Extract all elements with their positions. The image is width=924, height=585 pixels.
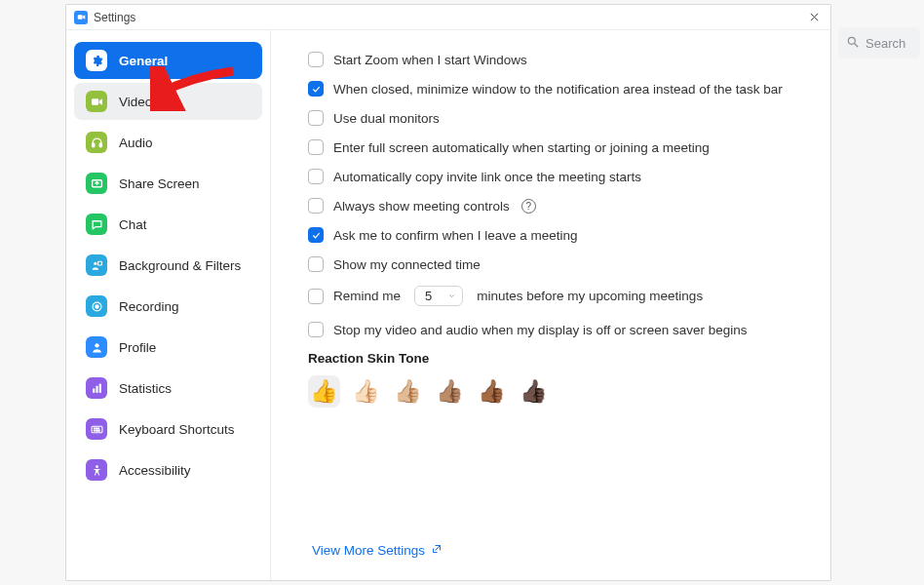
skin-tone-option[interactable]: 👍🏼 [392, 375, 424, 408]
backdrop-search[interactable]: Search [838, 27, 920, 58]
sidebar-item-statistics[interactable]: Statistics [74, 370, 262, 407]
svg-rect-16 [98, 383, 100, 392]
sidebar-item-label: General [119, 54, 168, 68]
sidebar-item-share-screen[interactable]: Share Screen [74, 165, 262, 202]
app-icon [74, 11, 88, 24]
settings-window: Settings General Video Audio Share Scree… [65, 4, 831, 581]
keyboard-icon [86, 418, 107, 440]
sidebar-item-profile[interactable]: Profile [74, 329, 262, 366]
option-label: Start Zoom when I start Windows [333, 53, 527, 67]
sidebar-item-label: Statistics [119, 381, 172, 396]
option-label: Ask me to confirm when I leave a meeting [333, 228, 578, 243]
option-label: Automatically copy invite link once the … [333, 170, 641, 184]
svg-point-12 [95, 304, 97, 307]
chevron-down-icon [447, 292, 456, 300]
sidebar-item-background-filters[interactable]: Background & Filters [74, 247, 262, 284]
sidebar-item-label: Recording [119, 299, 179, 314]
svg-point-19 [96, 427, 96, 428]
svg-rect-5 [92, 98, 98, 105]
sidebar-item-label: Keyboard Shortcuts [119, 422, 235, 437]
skin-tone-row: 👍👍🏻👍🏼👍🏽👍🏾👍🏿 [308, 375, 801, 408]
video-icon [86, 91, 107, 112]
svg-point-23 [96, 465, 98, 468]
skin-tone-option[interactable]: 👍🏻 [350, 375, 382, 408]
checkbox[interactable] [308, 52, 324, 67]
skin-tone-option[interactable]: 👍🏾 [476, 375, 508, 408]
option-label: When closed, minimize window to the noti… [333, 82, 783, 97]
sidebar-item-video[interactable]: Video [74, 83, 262, 120]
sidebar-item-label: Share Screen [119, 176, 200, 191]
gear-icon [86, 50, 107, 71]
external-link-icon [431, 543, 443, 558]
headphones-icon [86, 132, 107, 153]
a11y-icon [86, 459, 107, 481]
option-row: Stop my video and audio when my display … [308, 318, 801, 341]
skin-tone-option[interactable]: 👍 [308, 375, 340, 408]
settings-content-general: Start Zoom when I start WindowsWhen clos… [271, 30, 830, 580]
sidebar-item-accessibility[interactable]: Accessibility [74, 451, 262, 488]
checkbox[interactable] [308, 81, 324, 97]
sidebar-item-chat[interactable]: Chat [74, 206, 262, 243]
checkbox[interactable] [308, 289, 324, 304]
option-label: Use dual monitors [333, 111, 440, 126]
info-icon[interactable]: ? [521, 199, 536, 214]
sidebar-item-recording[interactable]: Recording [74, 288, 262, 325]
option-row: Ask me to confirm when I leave a meeting [308, 223, 801, 247]
svg-rect-2 [77, 15, 82, 20]
option-row: Always show meeting controls? [308, 194, 801, 217]
sidebar-item-label: Accessibility [119, 463, 191, 478]
skin-tone-option[interactable]: 👍🏿 [518, 375, 550, 408]
svg-line-1 [855, 43, 859, 47]
svg-rect-22 [96, 430, 99, 431]
option-label: Stop my video and audio when my display … [333, 323, 747, 337]
settings-sidebar: General Video Audio Share Screen Chat Ba… [66, 30, 271, 580]
svg-point-13 [95, 343, 98, 347]
checkbox[interactable] [308, 139, 324, 155]
sidebar-item-label: Chat [119, 217, 147, 232]
checkbox[interactable] [308, 256, 324, 272]
remind-minutes-select[interactable]: 5 [414, 286, 463, 306]
svg-rect-6 [92, 143, 94, 147]
svg-rect-10 [97, 261, 101, 265]
option-label: Always show meeting controls [333, 199, 510, 214]
stats-icon [86, 377, 107, 399]
view-more-settings-link[interactable]: View More Settings [312, 543, 443, 558]
bgfilter-icon [86, 254, 107, 276]
share-icon [86, 173, 107, 194]
checkbox[interactable] [308, 227, 324, 243]
record-icon [86, 295, 107, 317]
option-row-remind: Remind me5minutes before my upcoming mee… [308, 282, 801, 310]
checkbox[interactable] [308, 110, 324, 126]
svg-point-9 [94, 261, 96, 264]
sidebar-item-label: Video [119, 95, 152, 109]
view-more-settings-label: View More Settings [312, 543, 425, 558]
checkbox[interactable] [308, 198, 324, 214]
window-close-button[interactable] [805, 9, 823, 26]
option-row: Show my connected time [308, 253, 801, 276]
option-row: When closed, minimize window to the noti… [308, 77, 801, 100]
svg-point-0 [848, 37, 855, 44]
option-label: Show my connected time [333, 257, 481, 272]
sidebar-item-keyboard-shortcuts[interactable]: Keyboard Shortcuts [74, 410, 262, 448]
reaction-skin-tone-title: Reaction Skin Tone [308, 351, 801, 366]
window-title: Settings [94, 11, 135, 24]
sidebar-item-general[interactable]: General [74, 42, 262, 79]
titlebar: Settings [66, 5, 830, 30]
checkbox[interactable] [308, 322, 324, 337]
profile-icon [86, 336, 107, 358]
search-icon [846, 35, 860, 52]
svg-point-21 [94, 430, 95, 431]
svg-point-20 [97, 427, 98, 428]
svg-rect-7 [99, 143, 101, 147]
option-row: Enter full screen automatically when sta… [308, 136, 801, 159]
option-row: Use dual monitors [308, 106, 801, 130]
remind-prefix: Remind me [333, 289, 401, 303]
skin-tone-option[interactable]: 👍🏽 [434, 375, 466, 408]
remind-value: 5 [425, 289, 432, 303]
remind-suffix: minutes before my upcoming meetings [477, 289, 703, 303]
option-row: Automatically copy invite link once the … [308, 165, 801, 188]
chat-icon [86, 214, 107, 235]
option-label: Enter full screen automatically when sta… [333, 140, 710, 155]
checkbox[interactable] [308, 169, 324, 184]
sidebar-item-audio[interactable]: Audio [74, 124, 262, 161]
